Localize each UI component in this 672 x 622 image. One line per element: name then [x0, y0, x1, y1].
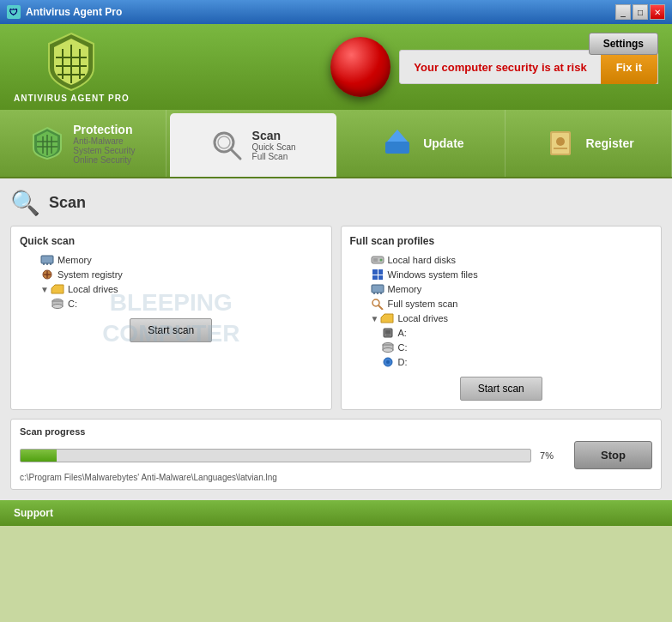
full-scan-item-d: D:	[381, 356, 653, 368]
minimize-button[interactable]: _	[615, 4, 631, 20]
quick-scan-memory-label: Memory	[58, 255, 92, 265]
svg-point-18	[556, 137, 565, 146]
protection-sub3: Online Security	[73, 155, 135, 165]
svg-point-32	[379, 259, 382, 262]
status-indicator	[330, 37, 390, 97]
scan-header-icon: 🔍	[10, 189, 40, 217]
full-scan-item-drives: ▼ Local drives	[371, 312, 653, 324]
logo-shield	[45, 32, 97, 92]
header: Settings ANTIVIRUS AGENT PRO Your comput…	[0, 24, 672, 110]
svg-rect-47	[386, 335, 390, 335]
svg-point-52	[386, 360, 390, 364]
scan-title: Scan	[49, 194, 86, 212]
protection-sub2: System Security	[73, 146, 135, 155]
stop-button[interactable]: Stop	[574, 441, 652, 469]
svg-rect-36	[378, 269, 383, 275]
progress-percent: 7%	[540, 450, 566, 461]
quick-scan-item-c: C:	[51, 298, 323, 310]
svg-line-44	[378, 305, 383, 310]
svg-rect-37	[372, 275, 378, 280]
close-button[interactable]: ✕	[650, 4, 665, 20]
svg-point-27	[46, 274, 49, 276]
protection-tab-label: Protection	[73, 123, 135, 136]
quick-scan-registry-label: System registry	[58, 269, 123, 280]
titlebar: 🛡 Antivirus Agent Pro _ □ ✕	[0, 0, 672, 24]
svg-rect-35	[372, 269, 378, 275]
quick-scan-title: Quick scan	[20, 235, 323, 247]
app-title: Antivirus Agent Pro	[26, 6, 122, 18]
svg-rect-38	[378, 275, 383, 280]
scan-sub2: Full Scan	[252, 152, 296, 161]
full-scan-item-winfiles: Windows system files	[371, 269, 653, 281]
progress-fill	[21, 450, 57, 462]
svg-rect-20	[41, 256, 53, 263]
svg-line-13	[231, 149, 240, 159]
nav-tabs: Protection Anti-Malware System Security …	[0, 110, 672, 178]
logo-text: ANTIVIRUS AGENT PRO	[14, 94, 130, 103]
progress-area: Scan progress 7% Stop c:\Program Files\M…	[10, 419, 662, 490]
app-icon: 🛡	[7, 5, 21, 19]
main-content: 🔍 Scan Quick scan BLEEPINGCOMPUTER Memor…	[0, 178, 672, 500]
settings-button[interactable]: Settings	[589, 33, 658, 55]
full-scan-start-button[interactable]: Start scan	[460, 377, 542, 401]
svg-point-30	[52, 305, 63, 309]
full-scan-hdd-label: Local hard disks	[388, 255, 457, 265]
full-scan-d-label: D:	[398, 357, 408, 367]
quick-scan-panel: Quick scan BLEEPINGCOMPUTER Memory Syste…	[10, 226, 332, 410]
full-scan-memory-label: Memory	[388, 284, 422, 294]
full-drives-expand-icon: ▼	[371, 314, 379, 323]
protection-sub1: Anti-Malware	[73, 136, 135, 146]
full-scan-item-fullscan: Full system scan	[371, 298, 653, 310]
quick-scan-c-label: C:	[68, 299, 77, 309]
svg-rect-39	[372, 285, 384, 293]
progress-bar	[20, 449, 531, 462]
update-tab-label: Update	[423, 136, 463, 150]
register-tab-label: Register	[586, 136, 634, 150]
tab-protection[interactable]: Protection Anti-Malware System Security …	[0, 110, 166, 177]
protection-tab-text: Protection Anti-Malware System Security …	[73, 123, 135, 165]
update-tab-text: Update	[423, 136, 463, 150]
svg-point-50	[383, 348, 393, 353]
status-bar: Your computer security is at risk Fix it	[399, 50, 658, 84]
full-scan-item-memory: Memory	[371, 283, 653, 295]
full-scan-item-a: A:	[381, 327, 653, 339]
full-scan-title: Full scan profiles	[350, 235, 653, 247]
footer-label: Support	[14, 507, 53, 519]
svg-rect-14	[385, 142, 409, 154]
footer: Support	[0, 500, 672, 526]
full-scan-item-c: C:	[381, 341, 653, 353]
progress-row: 7% Stop	[20, 441, 652, 469]
tab-update[interactable]: Update	[340, 110, 506, 177]
svg-point-43	[372, 299, 379, 306]
quick-scan-drives-label: Local drives	[68, 284, 118, 294]
svg-rect-46	[385, 330, 390, 334]
svg-point-12	[218, 136, 230, 148]
full-scan-panel: Full scan profiles Local hard disks Wind…	[341, 226, 663, 410]
register-tab-text: Register	[586, 136, 634, 150]
window-controls: _ □ ✕	[615, 4, 665, 20]
scan-sub1: Quick Scan	[252, 142, 296, 152]
logo-area: ANTIVIRUS AGENT PRO	[14, 32, 130, 103]
quick-scan-start-button[interactable]: Start scan	[130, 318, 212, 342]
scan-panels: Quick scan BLEEPINGCOMPUTER Memory Syste…	[10, 226, 662, 410]
full-scan-a-label: A:	[398, 328, 407, 338]
quick-scan-item-drives: ▼ Local drives	[40, 283, 323, 295]
tab-scan[interactable]: Scan Quick Scan Full Scan	[170, 113, 336, 177]
progress-file: c:\Program Files\Malwarebytes' Anti-Malw…	[20, 473, 652, 482]
full-scan-winfiles-label: Windows system files	[388, 269, 478, 280]
progress-label: Scan progress	[20, 426, 652, 437]
full-scan-item-hdd: Local hard disks	[371, 254, 653, 266]
scan-tab-text: Scan Quick Scan Full Scan	[252, 129, 296, 161]
full-scan-fullscan-label: Full system scan	[388, 299, 458, 309]
svg-marker-15	[387, 130, 408, 142]
tab-register[interactable]: Register	[506, 110, 672, 177]
full-scan-drives-label: Local drives	[397, 313, 448, 323]
scan-section-header: 🔍 Scan	[10, 189, 662, 217]
scan-tab-label: Scan	[252, 129, 296, 142]
quick-scan-item-registry: System registry	[40, 269, 323, 281]
quick-scan-item-memory: Memory	[40, 254, 323, 266]
fix-button[interactable]: Fix it	[601, 50, 657, 84]
maximize-button[interactable]: □	[633, 4, 648, 20]
drives-expand-icon: ▼	[40, 285, 49, 294]
status-text: Your computer security is at risk	[400, 61, 600, 74]
